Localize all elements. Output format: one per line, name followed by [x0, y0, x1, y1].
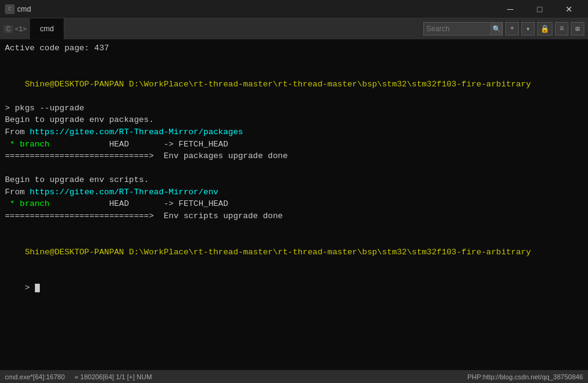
status-right: PHP:http://blog.csdn.net/qq_38750846 — [467, 373, 583, 381]
minimize-button[interactable]: ─ — [496, 0, 524, 18]
tab-toolbar-row: C <1> cmd 🔍 + ▾ 🔒 ≡ ⊞ — [0, 18, 588, 40]
tab-cmd[interactable]: cmd — [30, 18, 64, 39]
status-url: PHP:http://blog.csdn.net/qq_38750846 — [467, 373, 583, 381]
terminal-line-6: From https://gitee.com/RT-Thread-Mirror/… — [5, 126, 583, 138]
plus-icon: + — [510, 25, 514, 33]
list-icon: ≡ — [559, 25, 564, 33]
search-input[interactable] — [424, 25, 491, 33]
status-bar: cmd.exe*[64]:16780 « 180206[64] 1/1 [+] … — [0, 370, 588, 383]
window-icon: C — [5, 4, 15, 14]
cursor — [35, 284, 40, 292]
search-wrapper: 🔍 — [423, 22, 503, 36]
grid-view-button[interactable]: ⊞ — [571, 22, 584, 36]
terminal-line-2 — [5, 55, 583, 67]
tab-dropdown-button[interactable]: ▾ — [521, 22, 535, 36]
tab-list: C <1> cmd — [0, 18, 420, 39]
terminal-line-1: Active code page: 437 — [5, 42, 583, 55]
terminal-line-8: =============================> Env packa… — [5, 150, 583, 162]
terminal-line-7: * branch HEAD -> FETCH_HEAD — [5, 138, 583, 151]
grid-icon: ⊞ — [575, 25, 579, 34]
terminal-line-15: Shine@DESKTOP-PANPAN D:\WorkPlace\rt-thr… — [5, 234, 583, 270]
prompt-user-15: Shine@DESKTOP-PANPAN D:\WorkPlace\rt-thr… — [24, 248, 530, 257]
terminal-line-4: > pkgs --upgrade — [5, 102, 583, 115]
terminal-line-12: * branch HEAD -> FETCH_HEAD — [5, 198, 583, 210]
terminal-line-10: Begin to upgrade env scripts. — [5, 174, 583, 186]
terminal-line-11: From https://gitee.com/RT-Thread-Mirror/… — [5, 186, 583, 199]
chevron-down-icon: ▾ — [526, 25, 530, 34]
maximize-button[interactable]: □ — [526, 0, 554, 18]
list-view-button[interactable]: ≡ — [555, 22, 568, 36]
status-pos: « 180206[64] 1/1 [+] NUM — [75, 373, 152, 381]
lock-icon: 🔒 — [540, 25, 549, 34]
status-left: cmd.exe*[64]:16780 — [5, 373, 65, 381]
terminal-line-3: Shine@DESKTOP-PANPAN D:\WorkPlace\rt-thr… — [5, 66, 583, 102]
terminal-line-16: > — [5, 270, 583, 306]
terminal-output[interactable]: Active code page: 437 Shine@DESKTOP-PANP… — [0, 40, 588, 370]
window-controls: ─ □ ✕ — [496, 0, 583, 18]
title-bar: C cmd ─ □ ✕ — [0, 0, 588, 18]
terminal-line-9 — [5, 162, 583, 175]
search-icon: 🔍 — [492, 25, 501, 33]
terminal-line-14 — [5, 222, 583, 234]
terminal-line-5: Begin to upgrade env packages. — [5, 114, 583, 126]
search-button[interactable]: 🔍 — [491, 22, 502, 36]
new-tab-button[interactable]: + — [505, 22, 519, 36]
lock-button[interactable]: 🔒 — [537, 22, 552, 36]
prompt-user-3: Shine@DESKTOP-PANPAN D:\WorkPlace\rt-thr… — [24, 80, 530, 89]
window-title: cmd — [17, 5, 496, 13]
tab-label: cmd — [40, 25, 54, 33]
terminal-line-13: =============================> Env scrip… — [5, 210, 583, 222]
tab-prefix-icon: C <1> — [0, 18, 30, 39]
close-button[interactable]: ✕ — [555, 0, 583, 18]
toolbar-right: 🔍 + ▾ 🔒 ≡ ⊞ — [420, 18, 588, 39]
